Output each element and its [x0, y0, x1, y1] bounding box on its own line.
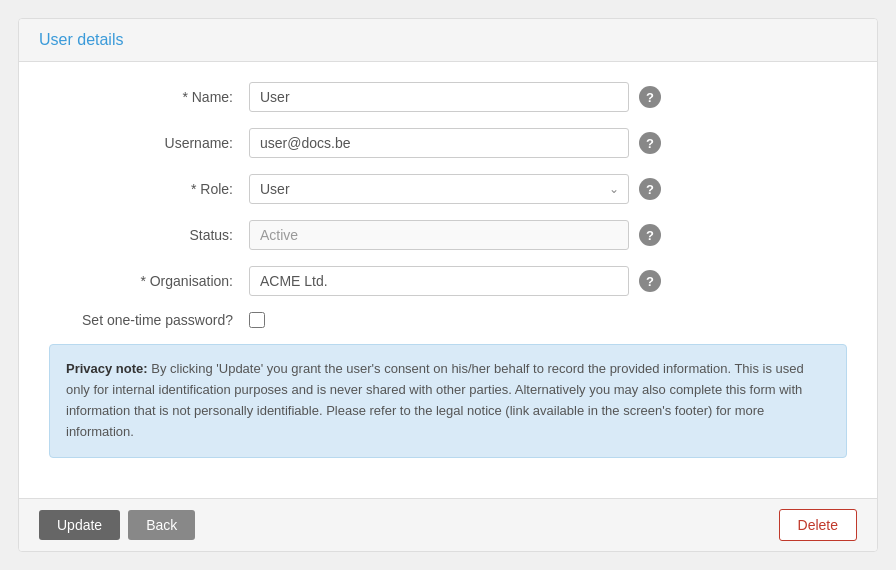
- username-input[interactable]: [249, 128, 629, 158]
- username-label: Username:: [49, 135, 249, 151]
- role-help-icon[interactable]: ?: [639, 178, 661, 200]
- organisation-label: * Organisation:: [49, 273, 249, 289]
- username-help-icon[interactable]: ?: [639, 132, 661, 154]
- status-help-icon[interactable]: ?: [639, 224, 661, 246]
- status-row: Status: Active ?: [49, 220, 847, 250]
- name-input[interactable]: [249, 82, 629, 112]
- footer-left-buttons: Update Back: [39, 510, 195, 540]
- user-details-panel: User details * Name: ? Username: ? * Rol…: [18, 18, 878, 551]
- username-row: Username: ?: [49, 128, 847, 158]
- otp-checkbox[interactable]: [249, 312, 265, 328]
- organisation-input[interactable]: [249, 266, 629, 296]
- status-label: Status:: [49, 227, 249, 243]
- update-button[interactable]: Update: [39, 510, 120, 540]
- role-select[interactable]: User Admin Manager: [249, 174, 629, 204]
- privacy-note: Privacy note: By clicking 'Update' you g…: [49, 344, 847, 457]
- name-help-icon[interactable]: ?: [639, 86, 661, 108]
- role-select-wrapper: User Admin Manager ⌄: [249, 174, 629, 204]
- panel-footer: Update Back Delete: [19, 498, 877, 551]
- panel-header: User details: [19, 19, 877, 62]
- back-button[interactable]: Back: [128, 510, 195, 540]
- role-row: * Role: User Admin Manager ⌄ ?: [49, 174, 847, 204]
- name-label: * Name:: [49, 89, 249, 105]
- otp-label: Set one-time password?: [49, 312, 249, 328]
- status-value: Active: [249, 220, 629, 250]
- otp-row: Set one-time password?: [49, 312, 847, 328]
- organisation-help-icon[interactable]: ?: [639, 270, 661, 292]
- name-row: * Name: ?: [49, 82, 847, 112]
- panel-body: * Name: ? Username: ? * Role: User Admin…: [19, 62, 877, 497]
- privacy-note-bold: Privacy note:: [66, 361, 148, 376]
- privacy-note-text: By clicking 'Update' you grant the user'…: [66, 361, 804, 438]
- organisation-row: * Organisation: ?: [49, 266, 847, 296]
- delete-button[interactable]: Delete: [779, 509, 857, 541]
- role-label: * Role:: [49, 181, 249, 197]
- panel-title: User details: [39, 31, 123, 48]
